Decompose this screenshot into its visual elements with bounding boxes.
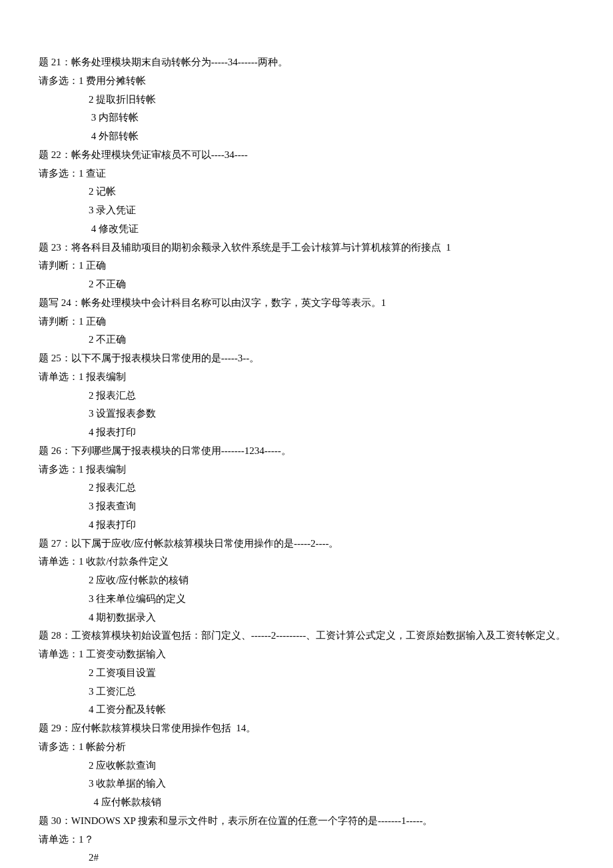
option-text: 1 报表编制: [79, 464, 126, 475]
question-title: 题 22：帐务处理模块凭证审核员不可以----34----: [39, 146, 574, 165]
option-text: 1 报表编制: [79, 371, 126, 382]
question-prompt: 请多选：: [39, 464, 79, 475]
option-text: 1 正确: [79, 260, 106, 271]
question-title: 题 28：工资核算模块初始设置包括：部门定义、------2---------、…: [39, 627, 574, 645]
question-title: 题写 24：帐务处理模块中会计科目名称可以由汉字，数字，英文字母等表示。1: [39, 294, 574, 313]
question-option: 请单选：1？: [39, 831, 574, 849]
question-option: 4 工资分配及转帐: [39, 701, 574, 719]
document-body: 题 21：帐务处理模块期末自动转帐分为-----34------两种。请多选：1…: [39, 53, 574, 868]
question-option: 2 不正确: [39, 331, 574, 349]
question-option: 请单选：1 工资变动数据输入: [39, 645, 574, 664]
question-option: 2 提取折旧转帐: [39, 91, 574, 109]
question-option: 2#: [39, 849, 574, 867]
option-text: 1？: [79, 834, 94, 845]
option-text: 1 帐龄分析: [79, 741, 126, 752]
question-prompt: 请判断：: [39, 316, 79, 327]
question-option: 2 记帐: [39, 183, 574, 201]
question-option: 请判断：1 正确: [39, 313, 574, 331]
question-prompt: 请单选：: [39, 834, 79, 845]
question-option: 4 外部转帐: [39, 127, 574, 146]
question-prompt: 请多选：: [39, 168, 79, 179]
question-option: 请多选：1 查证: [39, 165, 574, 183]
question-option: 请判断：1 正确: [39, 257, 574, 275]
question-option: 3 录入凭证: [39, 201, 574, 220]
question-option: 3 往来单位编码的定义: [39, 590, 574, 609]
question-option: 3 工资汇总: [39, 683, 574, 701]
question-prompt: 请判断：: [39, 260, 79, 271]
question-option: 2 不正确: [39, 275, 574, 294]
question-option: 请多选：1 费用分摊转帐: [39, 72, 574, 91]
question-title: 题 21：帐务处理模块期末自动转帐分为-----34------两种。: [39, 53, 574, 72]
question-title: 题 26：下列哪些属于报表模块的日常使用-------1234-----。: [39, 442, 574, 461]
question-title: 题 23：将各科目及辅助项目的期初余额录入软件系统是手工会计核算与计算机核算的衔…: [39, 239, 574, 257]
question-option: 3 设置报表参数: [39, 405, 574, 423]
question-prompt: 请单选：: [39, 556, 79, 567]
question-option: 2 应收/应付帐款的核销: [39, 571, 574, 590]
question-option: 请单选：1 收款/付款条件定义: [39, 553, 574, 571]
question-option: 3 报表查询: [39, 497, 574, 516]
question-option: 请多选：1 帐龄分析: [39, 738, 574, 757]
question-option: 4 报表打印: [39, 423, 574, 442]
question-option: 4 报表打印: [39, 516, 574, 535]
question-option: 4 应付帐款核销: [39, 793, 574, 812]
option-text: 1 查证: [79, 168, 106, 179]
question-prompt: 请单选：: [39, 371, 79, 382]
option-text: 1 收款/付款条件定义: [79, 556, 169, 567]
question-title: 题 25：以下不属于报表模块日常使用的是-----3--。: [39, 349, 574, 368]
question-option: 2 报表汇总: [39, 479, 574, 497]
question-option: 请单选：1 报表编制: [39, 368, 574, 387]
question-title: 题 29：应付帐款核算模块日常使用操作包括 14。: [39, 719, 574, 738]
option-text: 1 费用分摊转帐: [79, 75, 146, 86]
question-option: 2 工资项目设置: [39, 664, 574, 683]
question-option: 4 期初数据录入: [39, 609, 574, 627]
question-prompt: 请多选：: [39, 75, 79, 86]
question-prompt: 请单选：: [39, 649, 79, 659]
question-option: 3 内部转帐: [39, 109, 574, 127]
question-title: 题 30：WINDOWS XP 搜索和显示文件时，表示所在位置的任意一个字符的是…: [39, 812, 574, 831]
option-text: 1 工资变动数据输入: [79, 649, 166, 659]
option-text: 1 正确: [79, 316, 106, 327]
question-title: 题 27：以下属于应收/应付帐款核算模块日常使用操作的是-----2----。: [39, 535, 574, 553]
question-prompt: 请多选：: [39, 741, 79, 752]
question-option: 4 修改凭证: [39, 220, 574, 239]
question-option: 3 收款单据的输入: [39, 775, 574, 793]
question-option: 2 应收帐款查询: [39, 757, 574, 775]
question-option: 2 报表汇总: [39, 387, 574, 405]
question-option: 请多选：1 报表编制: [39, 461, 574, 479]
